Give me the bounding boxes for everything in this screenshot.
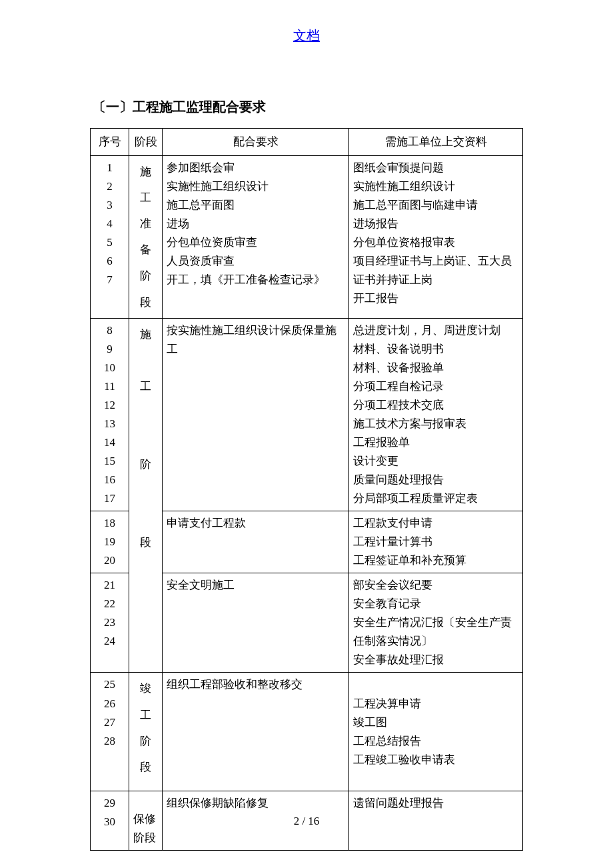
cell-mat: 总进度计划，月、周进度计划材料、设备说明书材料、设备报验单分项工程自检记录分项工… — [349, 318, 523, 511]
cell-mat: 工程款支付申请工程计量计算书工程签证单和补充预算 — [349, 511, 523, 573]
cell-req: 按实施性施工组织设计保质保量施工 — [163, 318, 349, 511]
cell-req: 安全文明施工 — [163, 573, 349, 673]
doc-link[interactable]: 文档 — [293, 28, 320, 43]
th-seq: 序号 — [91, 129, 129, 156]
cell-req: 组织工程部验收和整改移交 — [163, 673, 349, 791]
cell-stage: 施工准备阶段 — [129, 156, 163, 319]
page-footer: 2 / 16 — [0, 815, 613, 828]
doc-header-link: 文档 — [90, 27, 523, 45]
cell-req: 申请支付工程款 — [163, 511, 349, 573]
cell-mat: 图纸会审预提问题实施性施工组织设计施工总平面图与临建申请进场报告分包单位资格报审… — [349, 156, 523, 319]
requirements-table: 序号 阶段 配合要求 需施工单位上交资料 1234567施工准备阶段参加图纸会审… — [90, 128, 523, 851]
section-title: 〔一〕工程施工监理配合要求 — [93, 98, 523, 116]
th-mat: 需施工单位上交资料 — [349, 129, 523, 156]
table-row: 891011121314151617施 工 阶 段按实施性施工组织设计保质保量施… — [91, 318, 523, 511]
cell-req: 参加图纸会审实施性施工组织设计施工总平面图进场分包单位资质审查人员资质审查开工，… — [163, 156, 349, 319]
table-row: 1234567施工准备阶段参加图纸会审实施性施工组织设计施工总平面图进场分包单位… — [91, 156, 523, 319]
cell-seq: 891011121314151617 — [91, 318, 129, 511]
cell-stage: 施 工 阶 段 — [129, 318, 163, 673]
cell-seq: 1234567 — [91, 156, 129, 319]
th-stage: 阶段 — [129, 129, 163, 156]
cell-seq: 21222324 — [91, 573, 129, 673]
table-row: 25262728竣工阶段组织工程部验收和整改移交 工程决算申请竣工图工程总结报告… — [91, 673, 523, 791]
cell-stage: 竣工阶段 — [129, 673, 163, 791]
cell-seq: 181920 — [91, 511, 129, 573]
cell-mat: 工程决算申请竣工图工程总结报告工程竣工验收申请表 — [349, 673, 523, 791]
cell-seq: 25262728 — [91, 673, 129, 791]
cell-mat: 部安全会议纪要安全教育记录安全生产情况汇报〔安全生产责任制落实情况〕安全事故处理… — [349, 573, 523, 673]
th-req: 配合要求 — [163, 129, 349, 156]
